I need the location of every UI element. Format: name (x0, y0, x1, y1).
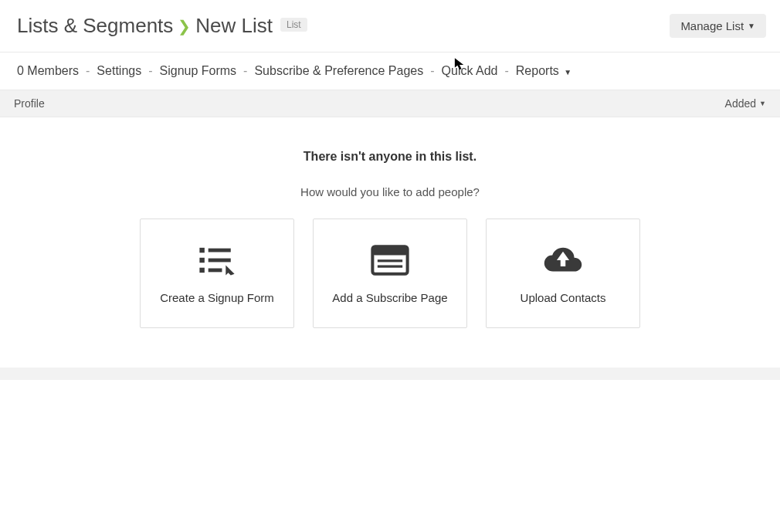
card-label: Upload Contacts (521, 291, 606, 304)
svg-rect-9 (378, 259, 402, 262)
tab-settings[interactable]: Settings (97, 64, 141, 78)
separator: - (86, 64, 90, 78)
card-label: Add a Subscribe Page (332, 291, 447, 304)
sub-nav: 0 Members - Settings - Signup Forms - Su… (0, 53, 780, 90)
chevron-right-icon: ❯ (178, 17, 191, 36)
footer-strip (0, 368, 780, 380)
upload-contacts-card[interactable]: Upload Contacts (486, 219, 640, 328)
empty-state: There isn't anyone in this list. How wou… (0, 117, 780, 328)
create-signup-form-card[interactable]: Create a Signup Form (140, 219, 294, 328)
caret-down-icon: ▼ (759, 100, 766, 107)
action-cards: Create a Signup Form Add a Subscribe Pag… (0, 219, 780, 328)
empty-subtitle: How would you like to add people? (0, 185, 780, 198)
list-type-badge: List (280, 18, 307, 32)
card-label: Create a Signup Form (160, 291, 274, 304)
table-header: Profile Added ▼ (0, 90, 780, 117)
separator: - (430, 64, 434, 78)
empty-title: There isn't anyone in this list. (0, 150, 780, 164)
svg-rect-3 (209, 258, 231, 262)
svg-marker-6 (226, 265, 234, 275)
svg-rect-4 (199, 267, 204, 272)
svg-rect-5 (209, 268, 222, 272)
breadcrumb: Lists & Segments ❯ New List List (17, 14, 307, 38)
breadcrumb-current: New List (195, 14, 273, 38)
svg-rect-10 (378, 265, 402, 267)
svg-rect-2 (199, 257, 204, 262)
tab-reports[interactable]: Reports ▼ (516, 64, 571, 78)
column-added[interactable]: Added ▼ (725, 97, 766, 110)
add-subscribe-page-card[interactable]: Add a Subscribe Page (313, 219, 467, 328)
column-profile[interactable]: Profile (14, 97, 45, 110)
cloud-upload-icon (541, 243, 585, 277)
caret-down-icon: ▼ (564, 68, 571, 76)
breadcrumb-root[interactable]: Lists & Segments (17, 14, 173, 38)
form-list-icon (195, 243, 239, 277)
svg-rect-1 (209, 248, 231, 252)
separator: - (243, 64, 247, 78)
manage-list-button[interactable]: Manage List ▼ (670, 14, 766, 38)
svg-rect-0 (199, 247, 204, 252)
svg-rect-8 (372, 246, 407, 255)
tab-signup-forms[interactable]: Signup Forms (160, 64, 237, 78)
page-icon (368, 243, 412, 277)
tab-subscribe-pages[interactable]: Subscribe & Preference Pages (254, 64, 423, 78)
tab-members[interactable]: 0 Members (17, 64, 79, 78)
caret-down-icon: ▼ (748, 22, 755, 30)
separator: - (148, 64, 152, 78)
tab-reports-label: Reports (516, 64, 559, 77)
page-header: Lists & Segments ❯ New List List Manage … (0, 0, 780, 53)
manage-list-label: Manage List (680, 19, 744, 32)
column-added-label: Added (725, 97, 756, 110)
tab-quick-add[interactable]: Quick Add (442, 64, 498, 78)
separator: - (504, 64, 508, 78)
